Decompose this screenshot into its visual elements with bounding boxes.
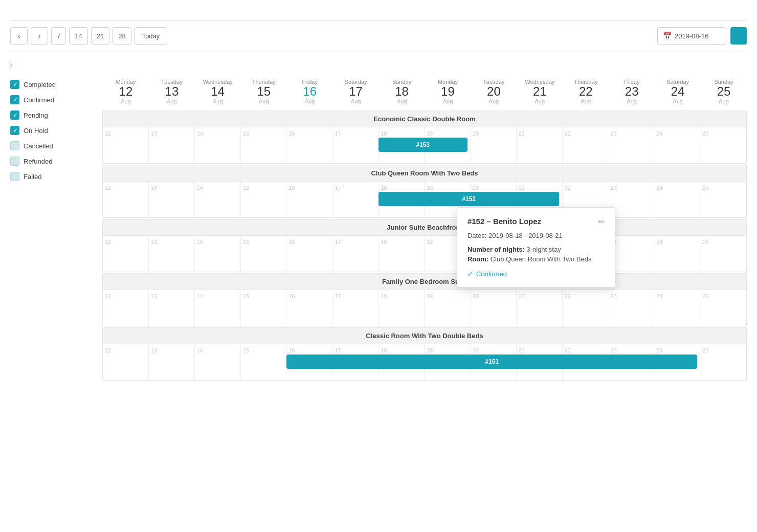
room-rows-wrapper: 1213141516171819202122232425#153 [103, 127, 746, 163]
room-section-4: Classic Room With Two Double Beds1213141… [102, 327, 747, 381]
check-icon: ✓ [467, 270, 473, 278]
day-header-12: Monday 12 Aug [103, 77, 149, 106]
day-cell-1: 13 [149, 182, 195, 217]
day-cell-2: 14 [195, 182, 241, 217]
filter-checkbox-refunded[interactable] [10, 157, 19, 166]
prev-button[interactable]: ‹ [10, 27, 28, 45]
day-number: 12 [104, 85, 148, 98]
day-number: 25 [702, 85, 746, 98]
14-days-button[interactable]: 14 [69, 27, 87, 45]
day-header-17: Saturday 17 Aug [333, 77, 379, 106]
day-cell-1: 13 [149, 127, 195, 163]
filter-checkbox-confirmed[interactable] [10, 95, 19, 104]
day-cell-2: 14 [195, 344, 241, 380]
room-value: Club Queen Room With Two Beds [491, 255, 592, 263]
day-header-23: Friday 23 Aug [609, 77, 655, 106]
filter-checkbox-on_hold[interactable] [10, 126, 19, 135]
day-header-20: Tuesday 20 Aug [471, 77, 517, 106]
hide-filters-toggle[interactable]: ‹ [10, 56, 747, 77]
day-cell-2: 14 [195, 290, 241, 326]
day-cell-5: 17 [332, 290, 379, 326]
dates-label: Dates: [467, 232, 487, 239]
room-rows-wrapper: 1213141516171819202122232425 [103, 236, 746, 272]
room-section-3: Family One Bedroom Suite1213141516171819… [102, 273, 747, 326]
day-cell-9: 21 [517, 127, 563, 163]
next-button[interactable]: › [31, 27, 48, 45]
room-label: Room: [467, 255, 488, 263]
room-rows-wrapper: 1213141516171819202122232425#151 [103, 344, 746, 380]
day-month: Aug [104, 98, 148, 104]
day-cell-13: 25 [700, 236, 746, 272]
nights-label: Number of nights: [467, 246, 525, 253]
toolbar-left: ‹ › 7 14 21 28 Today [10, 27, 167, 45]
filter-item-cancelled[interactable]: Cancelled [10, 138, 97, 153]
booking-bar-152[interactable]: #152 [379, 192, 559, 206]
day-cell-4: 16 [286, 236, 332, 272]
day-cell-3: 15 [241, 182, 287, 217]
room-rows-wrapper: 1213141516171819202122232425 [103, 290, 746, 326]
filter-checkbox-failed[interactable] [10, 172, 19, 181]
day-month: Aug [610, 98, 654, 104]
28-days-button[interactable]: 28 [113, 27, 131, 45]
day-cell-1: 13 [149, 344, 195, 380]
day-header-19: Monday 19 Aug [425, 77, 471, 106]
filter-item-confirmed[interactable]: Confirmed [10, 92, 97, 107]
filter-item-completed[interactable]: Completed [10, 77, 97, 92]
day-cell-13: 25 [700, 290, 746, 326]
room-section-2: Junior Suite Beachfront12131415161718192… [102, 219, 747, 272]
day-header-21: Wednesday 21 Aug [517, 77, 563, 106]
filter-item-refunded[interactable]: Refunded [10, 153, 97, 169]
booking-bar-153[interactable]: #153 [379, 138, 467, 152]
rooms-container: Economic Classic Double Room121314151617… [102, 110, 747, 381]
edit-icon[interactable]: ✏ [598, 217, 605, 227]
filter-item-on_hold[interactable]: On Hold [10, 123, 97, 138]
room-title: Economic Classic Double Room [103, 111, 746, 127]
day-cell-0: 12 [103, 290, 149, 326]
day-cell-3: 15 [241, 127, 287, 163]
day-cell-3: 15 [241, 290, 287, 326]
day-cell-11: 23 [608, 236, 654, 272]
filter-item-pending[interactable]: Pending [10, 107, 97, 123]
popup-room: Room: Club Queen Room With Two Beds [467, 255, 605, 263]
filter-label-pending: Pending [24, 112, 48, 119]
room-title: Classic Room With Two Double Beds [103, 328, 746, 344]
day-number: 22 [564, 85, 608, 98]
day-cell-2: 14 [195, 236, 241, 272]
day-cell-5: 17 [332, 127, 379, 163]
goto-date-button[interactable] [730, 27, 747, 45]
day-cell-11: 23 [608, 290, 654, 326]
booking-bar-151[interactable]: #151 [286, 354, 697, 369]
day-cell-12: 24 [654, 290, 700, 326]
day-cell-9: 21 [517, 290, 563, 326]
day-number: 20 [472, 85, 516, 98]
7-days-button[interactable]: 7 [51, 27, 66, 45]
popup-header: #152 – Benito Lopez ✏ [467, 217, 605, 227]
day-cell-0: 12 [103, 236, 149, 272]
day-cell-1: 13 [149, 236, 195, 272]
day-month: Aug [564, 98, 608, 104]
chevron-left-icon: ‹ [10, 61, 12, 69]
popup-title: #152 – Benito Lopez [467, 217, 541, 226]
filter-item-failed[interactable]: Failed [10, 169, 97, 184]
room-days-row: 1213141516171819202122232425#151 [103, 344, 746, 380]
today-button[interactable]: Today [135, 27, 168, 45]
day-number: 21 [518, 85, 562, 98]
filter-label-failed: Failed [24, 173, 41, 181]
day-cell-4: 16 [286, 182, 332, 217]
room-days-row: 1213141516171819202122232425 [103, 236, 746, 272]
day-cell-1: 13 [149, 290, 195, 326]
popup-status: ✓ Confirmed [467, 270, 605, 278]
room-title: Junior Suite Beachfront [103, 219, 746, 236]
day-cell-8: 20 [471, 290, 517, 326]
21-days-button[interactable]: 21 [91, 27, 109, 45]
day-cell-11: 23 [608, 182, 654, 217]
filter-label-completed: Completed [24, 81, 56, 88]
date-input[interactable] [675, 32, 721, 40]
room-section-1: Club Queen Room With Two Beds12131415161… [102, 165, 747, 218]
day-cell-0: 12 [103, 127, 149, 163]
filter-checkbox-cancelled[interactable] [10, 141, 19, 150]
filter-checkbox-pending[interactable] [10, 110, 19, 120]
day-cell-13: 25 [700, 344, 746, 380]
day-cell-6: 18 [379, 290, 425, 326]
filter-checkbox-completed[interactable] [10, 80, 19, 89]
